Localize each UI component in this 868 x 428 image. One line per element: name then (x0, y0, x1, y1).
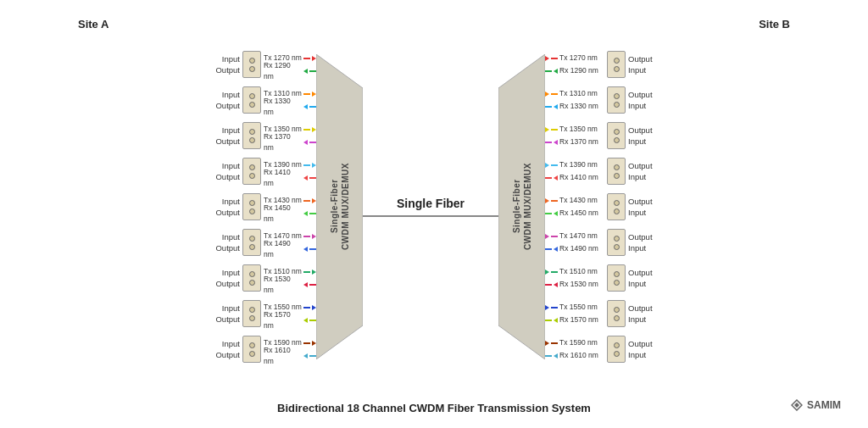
right-io-labels-7: Output Input (628, 303, 660, 325)
left-channel-row-3: Input Output Tx 1390 nm Rx 1410 nm (208, 155, 316, 187)
left-channel-row-2: Input Output Tx 1350 nm Rx 1370 nm (208, 120, 316, 152)
left-device-5 (242, 229, 261, 256)
right-device-4 (607, 193, 626, 220)
site-a-label: Site A (78, 18, 108, 31)
left-device-2 (242, 122, 261, 149)
left-wl-0: Tx 1270 nm Rx 1290 nm (264, 52, 316, 77)
left-device-7 (242, 300, 261, 327)
right-device-5 (607, 229, 626, 256)
samim-text: SAMIM (807, 399, 841, 411)
right-channel-row-2: Tx 1350 nm Rx 1370 nm Output Input (545, 120, 660, 152)
left-channel-row-1: Input Output Tx 1310 nm Rx 1330 nm (208, 84, 316, 116)
right-wl-7: Tx 1550 nm Rx 1570 nm (545, 301, 604, 326)
right-channel-row-0: Tx 1270 nm Rx 1290 nm Output Input (545, 48, 660, 81)
fiber-line (363, 215, 498, 217)
left-wl-5: Tx 1470 nm Rx 1490 nm (264, 230, 316, 255)
left-device-3 (242, 158, 261, 185)
right-device-7 (607, 300, 626, 327)
right-io-labels-6: Output Input (628, 267, 660, 290)
fiber-section: Single Fiber (363, 197, 498, 217)
right-channel-row-3: Tx 1390 nm Rx 1410 nm Output Input (545, 155, 660, 187)
left-channel-row-4: Input Output Tx 1430 nm Rx 1450 nm (208, 191, 316, 223)
left-device-8 (242, 336, 261, 363)
diagram-container: Site A Site B Input Output Tx 1270 nm Rx… (10, 11, 858, 418)
left-wl-1: Tx 1310 nm Rx 1330 nm (264, 87, 316, 113)
right-device-8 (607, 336, 626, 363)
right-channel-row-7: Tx 1550 nm Rx 1570 nm Output Input (545, 297, 660, 330)
left-channel-row-0: Input Output Tx 1270 nm Rx 1290 nm (208, 48, 316, 81)
left-wl-6: Tx 1510 nm Rx 1530 nm (264, 265, 316, 291)
right-channel-row-4: Tx 1430 nm Rx 1450 nm Output Input (545, 191, 660, 223)
mux-right: Single-FiberCWDM MUX/DEMUX (498, 54, 545, 359)
right-io-labels-3: Output Input (628, 160, 660, 183)
left-io-labels-0: Input Output (208, 53, 240, 76)
left-io-labels-4: Input Output (208, 196, 240, 219)
right-channel-row-5: Tx 1470 nm Rx 1490 nm Output Input (545, 226, 660, 258)
fiber-label: Single Fiber (397, 197, 465, 210)
left-io-labels-7: Input Output (208, 303, 240, 325)
mux-left: Single-FiberCWDM MUX/DEMUX (316, 54, 363, 359)
mux-left-label: Single-FiberCWDM MUX/DEMUX (329, 163, 351, 250)
right-io-labels-5: Output Input (628, 231, 660, 254)
right-device-3 (607, 158, 626, 185)
left-wl-2: Tx 1350 nm Rx 1370 nm (264, 123, 316, 148)
left-wl-3: Tx 1390 nm Rx 1410 nm (264, 158, 316, 184)
caption: Bidirectional 18 Channel CWDM Fiber Tran… (10, 395, 858, 418)
left-device-4 (242, 193, 261, 220)
right-wl-1: Tx 1310 nm Rx 1330 nm (545, 87, 604, 113)
right-channel-row-1: Tx 1310 nm Rx 1330 nm Output Input (545, 84, 660, 116)
left-wl-8: Tx 1590 nm Rx 1610 nm (264, 336, 316, 362)
left-io-labels-6: Input Output (208, 267, 240, 290)
right-io-labels-8: Output Input (628, 338, 660, 361)
main-area: Input Output Tx 1270 nm Rx 1290 nm Input… (10, 11, 858, 395)
left-channel-row-5: Input Output Tx 1470 nm Rx 1490 nm (208, 226, 316, 258)
left-wl-4: Tx 1430 nm Rx 1450 nm (264, 194, 316, 220)
left-io-labels-1: Input Output (208, 89, 240, 112)
right-wl-8: Tx 1590 nm Rx 1610 nm (545, 336, 604, 362)
samim-logo: SAMIM (791, 399, 841, 411)
right-wl-3: Tx 1390 nm Rx 1410 nm (545, 158, 604, 184)
right-io-labels-0: Output Input (628, 53, 660, 76)
right-channel-row-6: Tx 1510 nm Rx 1530 nm Output Input (545, 262, 660, 294)
right-io-labels-4: Output Input (628, 196, 660, 219)
left-device-6 (242, 264, 261, 292)
right-wl-5: Tx 1470 nm Rx 1490 nm (545, 230, 604, 255)
left-device-1 (242, 86, 261, 114)
left-io-labels-2: Input Output (208, 125, 240, 147)
right-wl-0: Tx 1270 nm Rx 1290 nm (545, 52, 604, 77)
left-wl-7: Tx 1550 nm Rx 1570 nm (264, 301, 316, 326)
site-b-label: Site B (759, 18, 790, 31)
left-channel-row-8: Input Output Tx 1590 nm Rx 1610 nm (208, 333, 316, 365)
right-device-1 (607, 86, 626, 114)
right-wl-2: Tx 1350 nm Rx 1370 nm (545, 123, 604, 148)
channels-left: Input Output Tx 1270 nm Rx 1290 nm Input… (208, 48, 316, 365)
right-io-labels-1: Output Input (628, 89, 660, 112)
svg-marker-3 (794, 403, 799, 408)
left-io-labels-3: Input Output (208, 160, 240, 183)
left-channel-row-6: Input Output Tx 1510 nm Rx 1530 nm (208, 262, 316, 294)
left-device-0 (242, 51, 261, 78)
left-io-labels-8: Input Output (208, 338, 240, 361)
right-wl-6: Tx 1510 nm Rx 1530 nm (545, 265, 604, 291)
right-channel-row-8: Tx 1590 nm Rx 1610 nm Output Input (545, 333, 660, 365)
samim-icon (791, 399, 803, 411)
mux-right-label: Single-FiberCWDM MUX/DEMUX (511, 163, 533, 250)
right-io-labels-2: Output Input (628, 125, 660, 147)
channels-right: Tx 1270 nm Rx 1290 nm Output Input Tx 13… (545, 48, 660, 365)
right-device-0 (607, 51, 626, 78)
left-io-labels-5: Input Output (208, 231, 240, 254)
right-device-2 (607, 122, 626, 149)
left-channel-row-7: Input Output Tx 1550 nm Rx 1570 nm (208, 297, 316, 330)
right-device-6 (607, 264, 626, 292)
right-wl-4: Tx 1430 nm Rx 1450 nm (545, 194, 604, 220)
